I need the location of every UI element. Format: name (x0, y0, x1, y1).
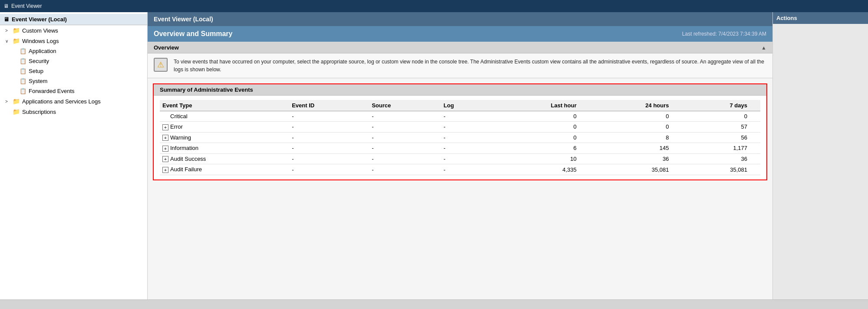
main-layout: 🖥 Event Viewer (Local) > 📁 Custom Views … (0, 12, 868, 299)
expand-row-icon[interactable]: + (162, 156, 168, 162)
cell-log: - (441, 132, 492, 143)
cell-event-type: +Audit Success (160, 153, 289, 164)
overview-title-bar[interactable]: Overview ▲ (148, 42, 772, 53)
cell-hours24: 145 (590, 143, 682, 154)
table-row[interactable]: +Error---0057 (160, 122, 760, 133)
sidebar-item-forwarded-events[interactable]: 📋 Forwarded Events (0, 86, 147, 96)
col-24-hours: 24 hours (590, 100, 682, 111)
spacer-forwarded (12, 89, 17, 93)
cell-log: - (441, 143, 492, 154)
cell-hours24: 36 (590, 153, 682, 164)
sidebar-label-custom-views: Custom Views (22, 27, 58, 34)
spacer-system (12, 79, 17, 83)
cell-hours24: 0 (590, 111, 682, 122)
col-7-days: 7 days (682, 100, 761, 111)
sidebar-item-setup[interactable]: 📋 Setup (0, 66, 147, 76)
sidebar-label-forwarded-events: Forwarded Events (29, 88, 75, 94)
cell-days7: 1,177 (682, 143, 761, 154)
right-panel-header: Actions (773, 12, 868, 24)
log-icon-security: 📋 (20, 58, 26, 64)
cell-days7: 35,081 (682, 164, 761, 175)
cell-eventId: - (289, 153, 369, 164)
cell-lastHour: 10 (492, 153, 590, 164)
expand-row-icon[interactable]: + (162, 167, 168, 173)
content-area: Event Viewer (Local) Overview and Summar… (148, 12, 772, 299)
title-bar-text: Event Viewer (11, 3, 42, 9)
overview-content: To view events that have occurred on you… (148, 53, 772, 78)
overview-collapse-icon: ▲ (761, 45, 766, 51)
cell-log: - (441, 122, 492, 133)
sidebar-label-application: Application (29, 48, 56, 54)
content-header-text: Event Viewer (Local) (154, 16, 213, 23)
event-type-text: Warning (170, 134, 191, 141)
spacer-subscriptions (5, 110, 10, 114)
sidebar-item-application[interactable]: 📋 Application (0, 46, 147, 56)
sidebar-label-setup: Setup (29, 68, 43, 74)
table-row[interactable]: Critical---000 (160, 111, 760, 122)
sidebar-label-security: Security (29, 58, 49, 64)
sidebar-item-windows-logs[interactable]: ∨ 📁 Windows Logs (0, 36, 147, 46)
col-event-id: Event ID (289, 100, 369, 111)
table-row[interactable]: +Audit Success---103636 (160, 153, 760, 164)
cell-days7: 0 (682, 111, 761, 122)
sidebar-label-subscriptions: Subscriptions (22, 109, 56, 115)
sidebar-item-subscriptions[interactable]: 📁 Subscriptions (0, 106, 147, 117)
folder-icon-windows-logs: 📁 (13, 37, 20, 44)
spacer-security (12, 59, 17, 63)
folder-icon-subscriptions: 📁 (13, 108, 20, 115)
cell-source: - (369, 143, 441, 154)
sidebar-item-custom-views[interactable]: > 📁 Custom Views (0, 25, 147, 36)
sidebar-item-security[interactable]: 📋 Security (0, 56, 147, 66)
overview-warning-icon (154, 58, 168, 72)
cell-eventId: - (289, 122, 369, 133)
event-type-text: Error (170, 123, 183, 130)
cell-lastHour: 0 (492, 132, 590, 143)
cell-source: - (369, 122, 441, 133)
cell-days7: 57 (682, 122, 761, 133)
summary-title: Summary of Administrative Events (160, 86, 253, 93)
summary-table: Event Type Event ID Source Log Last hour… (160, 100, 760, 175)
cell-source: - (369, 132, 441, 143)
last-refreshed: Last refreshed: 7/4/2023 7:34:39 AM (682, 31, 766, 37)
log-icon-application: 📋 (20, 48, 26, 54)
status-text (3, 302, 5, 307)
sidebar-label-system: System (29, 78, 47, 84)
content-header: Event Viewer (Local) (148, 12, 772, 26)
cell-days7: 36 (682, 153, 761, 164)
expand-row-icon[interactable]: + (162, 146, 168, 152)
cell-event-type: Critical (160, 111, 289, 122)
cell-eventId: - (289, 132, 369, 143)
summary-title-bar: Summary of Administrative Events (154, 84, 766, 96)
expand-row-icon[interactable]: + (162, 124, 168, 130)
table-row[interactable]: +Information---61451,177 (160, 143, 760, 154)
sidebar-item-system[interactable]: 📋 System (0, 76, 147, 86)
log-icon-system: 📋 (20, 78, 26, 84)
cell-lastHour: 4,335 (492, 164, 590, 175)
col-source: Source (369, 100, 441, 111)
folder-icon-custom-views: 📁 (13, 27, 20, 34)
right-panel: Actions (772, 12, 868, 299)
table-row[interactable]: +Audit Failure---4,33535,08135,081 (160, 164, 760, 175)
status-bar (0, 299, 868, 309)
sidebar-label-apps-services: Applications and Services Logs (22, 98, 101, 105)
sidebar-item-apps-services[interactable]: > 📁 Applications and Services Logs (0, 96, 147, 106)
cell-event-type: +Warning (160, 132, 289, 143)
col-event-type: Event Type (160, 100, 289, 111)
expand-row-icon[interactable]: + (162, 135, 168, 141)
summary-section: Summary of Administrative Events Event T… (153, 83, 767, 180)
col-last-hour: Last hour (492, 100, 590, 111)
cell-lastHour: 0 (492, 122, 590, 133)
content-subheader: Overview and Summary Last refreshed: 7/4… (148, 26, 772, 42)
folder-icon-apps-services: 📁 (13, 98, 20, 105)
summary-table-wrapper: Event Type Event ID Source Log Last hour… (154, 96, 766, 179)
log-icon-forwarded: 📋 (20, 88, 26, 94)
cell-log: - (441, 111, 492, 122)
table-row[interactable]: +Warning---0856 (160, 132, 760, 143)
expand-icon-windows-logs: ∨ (5, 39, 10, 43)
sidebar: 🖥 Event Viewer (Local) > 📁 Custom Views … (0, 12, 148, 299)
cell-source: - (369, 164, 441, 175)
expand-icon-custom-views: > (5, 28, 10, 33)
cell-eventId: - (289, 143, 369, 154)
cell-hours24: 35,081 (590, 164, 682, 175)
log-icon-setup: 📋 (20, 68, 26, 74)
